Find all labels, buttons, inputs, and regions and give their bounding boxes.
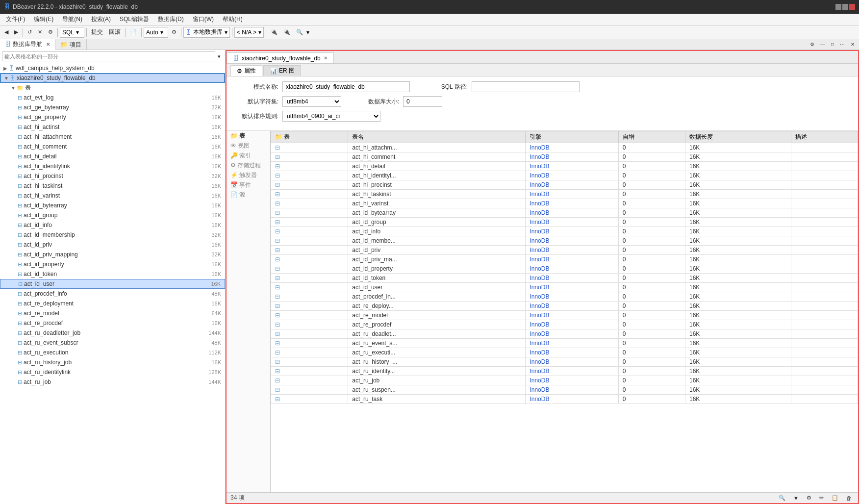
- innodb-link-3[interactable]: InnoDB: [530, 172, 549, 179]
- tree-toggle-tables[interactable]: ▼: [10, 85, 17, 91]
- row-name-16[interactable]: act_procdef_in...: [348, 292, 526, 302]
- tree-table-11[interactable]: ⊟ act_id_bytearray 16K: [0, 201, 225, 210]
- forward-button[interactable]: ▶: [12, 27, 21, 38]
- table-row[interactable]: ⊟ act_hi_identityl... InnoDB 0 16K: [271, 171, 858, 180]
- tree-table-25[interactable]: ⊟ act_ru_event_subscr 48K: [0, 338, 225, 348]
- close-button[interactable]: [849, 4, 855, 10]
- tree-table-2[interactable]: ⊟ act_ge_property 16K: [0, 112, 225, 122]
- row-engine-27[interactable]: InnoDB: [526, 395, 618, 404]
- tree-table-19[interactable]: ⊟ act_id_user 16K: [0, 279, 225, 289]
- table-row[interactable]: ⊟ act_ru_event_s... InnoDB 0 16K: [271, 339, 858, 348]
- tree-table-16[interactable]: ⊟ act_id_priv_mapping 32K: [0, 250, 225, 259]
- col-header-engine[interactable]: 引擎: [526, 131, 618, 143]
- row-engine-16[interactable]: InnoDB: [526, 292, 618, 302]
- auto-dropdown[interactable]: Auto ▾: [144, 27, 168, 38]
- row-engine-23[interactable]: InnoDB: [526, 357, 618, 367]
- zoom-button[interactable]: 🔍: [294, 27, 305, 38]
- innodb-link-2[interactable]: InnoDB: [530, 163, 549, 170]
- settings-button[interactable]: ⚙: [46, 27, 55, 38]
- sql-path-input[interactable]: [472, 81, 580, 92]
- tab-properties[interactable]: ⚙ 属性: [230, 65, 262, 76]
- row-name-3[interactable]: act_hi_identityl...: [348, 171, 526, 180]
- col-header-name[interactable]: 表名: [348, 131, 526, 143]
- innodb-link-12[interactable]: InnoDB: [530, 256, 549, 263]
- row-engine-26[interactable]: InnoDB: [526, 385, 618, 395]
- row-name-5[interactable]: act_hi_taskinst: [348, 190, 526, 199]
- row-engine-2[interactable]: InnoDB: [526, 162, 618, 171]
- tree-item-wdl[interactable]: ▶ 🗄 wdl_campus_help_system_db: [0, 63, 225, 73]
- tree-table-14[interactable]: ⊟ act_id_membership 32K: [0, 230, 225, 240]
- row-engine-5[interactable]: InnoDB: [526, 190, 618, 199]
- row-name-23[interactable]: act_ru_history_...: [348, 357, 526, 367]
- table-row[interactable]: ⊟ act_id_priv InnoDB 0 16K: [271, 246, 858, 255]
- obj-type-table[interactable]: 📁 表: [227, 131, 270, 141]
- search-filter-btn[interactable]: ▾: [215, 51, 223, 61]
- innodb-link-16[interactable]: InnoDB: [530, 293, 549, 300]
- menu-edit[interactable]: 编辑(E): [30, 14, 57, 25]
- row-engine-8[interactable]: InnoDB: [526, 218, 618, 227]
- row-name-15[interactable]: act_id_user: [348, 283, 526, 292]
- panel-settings-btn[interactable]: ⚙: [808, 40, 817, 49]
- menu-sql-editor[interactable]: SQL编辑器: [116, 14, 153, 25]
- innodb-link-15[interactable]: InnoDB: [530, 284, 549, 291]
- innodb-link-23[interactable]: InnoDB: [530, 358, 549, 365]
- tree-table-28[interactable]: ⊟ act_ru_identitylink 128K: [0, 367, 225, 377]
- row-engine-20[interactable]: InnoDB: [526, 329, 618, 339]
- row-engine-1[interactable]: InnoDB: [526, 152, 618, 162]
- table-row[interactable]: ⊟ act_id_property InnoDB 0 16K: [271, 264, 858, 274]
- right-tab-db[interactable]: 🗄 xiaozhire0_study_flowable_db ✕: [227, 52, 334, 63]
- row-engine-6[interactable]: InnoDB: [526, 199, 618, 208]
- innodb-link-24[interactable]: InnoDB: [530, 368, 549, 375]
- row-name-20[interactable]: act_ru_deadlet...: [348, 329, 526, 339]
- row-engine-13[interactable]: InnoDB: [526, 264, 618, 274]
- row-name-1[interactable]: act_hi_comment: [348, 152, 526, 162]
- row-engine-22[interactable]: InnoDB: [526, 348, 618, 357]
- tree-table-7[interactable]: ⊟ act_hi_identitylink 16K: [0, 161, 225, 171]
- innodb-link-27[interactable]: InnoDB: [530, 396, 549, 403]
- tree-item-xiaozhire[interactable]: ▼ 🗄 xiaozhire0_study_flowable_db: [0, 73, 225, 83]
- tree-table-0[interactable]: ⊟ act_evt_log 16K: [0, 93, 225, 102]
- row-name-7[interactable]: act_id_bytearray: [348, 208, 526, 218]
- right-tab-close[interactable]: ✕: [324, 55, 328, 61]
- na-dropdown[interactable]: < N/A > ▾: [234, 27, 264, 38]
- menu-window[interactable]: 窗口(W): [189, 14, 218, 25]
- innodb-link-4[interactable]: InnoDB: [530, 181, 549, 188]
- disconnect-button[interactable]: 🔌: [281, 27, 293, 38]
- tree-table-10[interactable]: ⊟ act_hi_varinst 16K: [0, 191, 225, 201]
- table-row[interactable]: ⊟ act_id_priv_ma... InnoDB 0 16K: [271, 255, 858, 264]
- back-button[interactable]: ◀: [2, 27, 11, 38]
- obj-type-trigger[interactable]: ⚡ 触发器: [227, 170, 270, 180]
- footer-copy-btn[interactable]: 📋: [829, 494, 841, 503]
- search-input[interactable]: [2, 51, 215, 61]
- row-engine-10[interactable]: InnoDB: [526, 236, 618, 246]
- tree-table-3[interactable]: ⊟ act_hi_actinst 16K: [0, 122, 225, 132]
- row-engine-19[interactable]: InnoDB: [526, 320, 618, 329]
- panel-close-btn[interactable]: ✕: [848, 40, 857, 49]
- maximize-button[interactable]: [842, 4, 848, 10]
- db-nav-close[interactable]: ✕: [46, 42, 50, 47]
- innodb-link-6[interactable]: InnoDB: [530, 200, 549, 207]
- innodb-link-17[interactable]: InnoDB: [530, 302, 549, 309]
- tree-table-4[interactable]: ⊟ act_hi_attachment 16K: [0, 132, 225, 142]
- innodb-link-1[interactable]: InnoDB: [530, 153, 549, 160]
- table-row[interactable]: ⊟ act_hi_procinst InnoDB 0 16K: [271, 180, 858, 190]
- row-engine-3[interactable]: InnoDB: [526, 171, 618, 180]
- table-row[interactable]: ⊟ act_hi_attachm... InnoDB 0 16K: [271, 143, 858, 152]
- table-row[interactable]: ⊟ act_ru_job InnoDB 0 16K: [271, 376, 858, 385]
- tree-table-6[interactable]: ⊟ act_hi_detail 16K: [0, 151, 225, 161]
- tree-toggle-wdl[interactable]: ▶: [2, 66, 9, 71]
- row-name-8[interactable]: act_id_group: [348, 218, 526, 227]
- innodb-link-8[interactable]: InnoDB: [530, 219, 549, 226]
- tree-table-9[interactable]: ⊟ act_hi_taskinst 16K: [0, 181, 225, 191]
- panel-maximize-btn[interactable]: □: [829, 40, 836, 49]
- row-engine-7[interactable]: InnoDB: [526, 208, 618, 218]
- tab-db-navigator[interactable]: 🗄 数据库导航 ✕: [0, 39, 55, 50]
- table-row[interactable]: ⊟ act_id_info InnoDB 0 16K: [271, 227, 858, 236]
- tree-container[interactable]: ▶ 🗄 wdl_campus_help_system_db ▼ 🗄 xiaozh…: [0, 63, 225, 504]
- refresh-button[interactable]: ↺: [25, 27, 34, 38]
- menu-nav[interactable]: 导航(N): [58, 14, 86, 25]
- tree-table-13[interactable]: ⊟ act_id_info 16K: [0, 220, 225, 230]
- footer-settings-btn[interactable]: ⚙: [804, 494, 814, 503]
- col-header-autoinc[interactable]: 自增: [618, 131, 685, 143]
- row-name-9[interactable]: act_id_info: [348, 227, 526, 236]
